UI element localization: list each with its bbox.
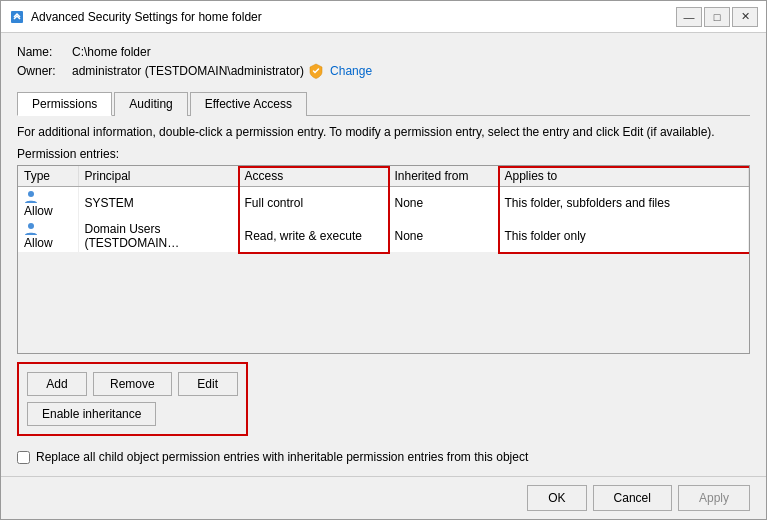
permissions-table-container: Type Principal Access Inherited from App… bbox=[17, 165, 750, 354]
table-header-row: Type Principal Access Inherited from App… bbox=[18, 166, 749, 187]
row2-access: Read, write & execute bbox=[238, 220, 388, 253]
edit-button[interactable]: Edit bbox=[178, 372, 238, 396]
row1-type: Allow bbox=[18, 186, 78, 219]
window-icon bbox=[9, 9, 25, 25]
tab-auditing[interactable]: Auditing bbox=[114, 92, 187, 116]
enable-inheritance-button[interactable]: Enable inheritance bbox=[27, 402, 156, 426]
svg-point-2 bbox=[28, 223, 34, 229]
name-label: Name: bbox=[17, 45, 72, 59]
row2-applies: This folder only bbox=[498, 220, 749, 253]
tab-effective-access[interactable]: Effective Access bbox=[190, 92, 307, 116]
description-text: For additional information, double-click… bbox=[17, 124, 750, 141]
row1-inherited: None bbox=[388, 186, 498, 219]
action-buttons-group: Add Remove Edit Enable inheritance bbox=[17, 362, 248, 436]
replace-checkbox-row: Replace all child object permission entr… bbox=[17, 450, 750, 464]
owner-label: Owner: bbox=[17, 64, 72, 78]
title-bar: Advanced Security Settings for home fold… bbox=[1, 1, 766, 33]
row1-principal: SYSTEM bbox=[78, 186, 238, 219]
footer: OK Cancel Apply bbox=[1, 476, 766, 519]
col-inherited: Inherited from bbox=[388, 166, 498, 187]
cancel-button[interactable]: Cancel bbox=[593, 485, 672, 511]
window-title: Advanced Security Settings for home fold… bbox=[31, 10, 676, 24]
replace-checkbox-label: Replace all child object permission entr… bbox=[36, 450, 528, 464]
permissions-table: Type Principal Access Inherited from App… bbox=[18, 166, 749, 253]
row2-principal: Domain Users (TESTDOMAIN… bbox=[78, 220, 238, 253]
add-button[interactable]: Add bbox=[27, 372, 87, 396]
name-value: C:\home folder bbox=[72, 45, 151, 59]
primary-buttons: Add Remove Edit bbox=[27, 372, 238, 396]
window-controls: — □ ✕ bbox=[676, 7, 758, 27]
col-type: Type bbox=[18, 166, 78, 187]
row1-access: Full control bbox=[238, 186, 388, 219]
minimize-button[interactable]: — bbox=[676, 7, 702, 27]
change-owner-link[interactable]: Change bbox=[330, 64, 372, 78]
row1-applies: This folder, subfolders and files bbox=[498, 186, 749, 219]
col-access: Access bbox=[238, 166, 388, 187]
row2-inherited: None bbox=[388, 220, 498, 253]
apply-button[interactable]: Apply bbox=[678, 485, 750, 511]
table-row[interactable]: Allow SYSTEM Full control None This fold… bbox=[18, 186, 749, 219]
replace-checkbox[interactable] bbox=[17, 451, 30, 464]
remove-button[interactable]: Remove bbox=[93, 372, 172, 396]
user-icon bbox=[24, 190, 38, 204]
svg-point-1 bbox=[28, 191, 34, 197]
owner-value: administrator (TESTDOMAIN\administrator) bbox=[72, 64, 304, 78]
tab-permissions[interactable]: Permissions bbox=[17, 92, 112, 116]
maximize-button[interactable]: □ bbox=[704, 7, 730, 27]
bottom-section: Add Remove Edit Enable inheritance Repla… bbox=[17, 354, 750, 464]
close-button[interactable]: ✕ bbox=[732, 7, 758, 27]
name-row: Name: C:\home folder bbox=[17, 45, 750, 59]
perm-entries-label: Permission entries: bbox=[17, 147, 750, 161]
row2-type: Allow bbox=[18, 220, 78, 253]
user-icon bbox=[24, 222, 38, 236]
owner-row: Owner: administrator (TESTDOMAIN\adminis… bbox=[17, 63, 750, 79]
content-area: Name: C:\home folder Owner: administrato… bbox=[1, 33, 766, 476]
table-row[interactable]: Allow Domain Users (TESTDOMAIN… Read, wr… bbox=[18, 220, 749, 253]
ok-button[interactable]: OK bbox=[527, 485, 586, 511]
col-principal: Principal bbox=[78, 166, 238, 187]
main-window: Advanced Security Settings for home fold… bbox=[0, 0, 767, 520]
tabs-bar: Permissions Auditing Effective Access bbox=[17, 91, 750, 116]
shield-icon bbox=[308, 63, 324, 79]
col-applies: Applies to bbox=[498, 166, 749, 187]
